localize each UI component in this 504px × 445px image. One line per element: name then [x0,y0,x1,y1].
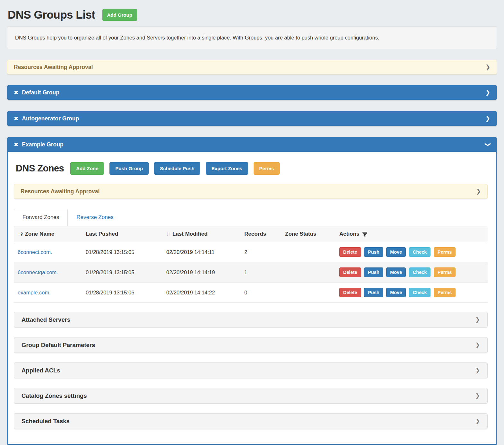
zones-table: ↓ AZ Zone Name Last Pushed ↓↑ [14,226,488,303]
awaiting-approval-banner[interactable]: Resources Awaiting Approval ❯ [7,60,497,74]
accordion-label: Scheduled Tasks [22,418,70,425]
cell-records: 2 [240,242,281,262]
column-actions: Actions [335,226,488,242]
accordion-applied-acls[interactable]: Applied ACLs ❯ [14,362,488,378]
remove-group-icon[interactable]: ✖ [14,141,18,148]
column-last-pushed: Last Pushed [82,226,162,242]
chevron-right-icon: ❯ [475,316,480,323]
push-button[interactable]: Push [364,247,383,257]
cell-last-pushed: 01/28/2019 13:15:06 [82,283,162,303]
column-label: Zone Name [25,231,55,237]
group-banner-autogenerator[interactable]: ✖ Autogenerator Group ❯ [7,111,497,126]
filter-icon[interactable] [362,231,368,237]
cell-last-pushed: 01/28/2019 13:15:05 [82,242,162,262]
sort-alpha-icon: ↓ AZ [18,231,23,237]
chevron-right-icon: ❯ [485,115,490,122]
zone-name-link[interactable]: 6connect.com. [18,249,52,255]
group-name: Default Group [22,89,59,96]
group-name: Example Group [22,141,63,148]
tab-forward-zones[interactable]: Forward Zones [14,209,68,226]
table-header-row: ↓ AZ Zone Name Last Pushed ↓↑ [14,226,488,242]
perms-button[interactable]: Perms [434,288,456,297]
column-label: Last Pushed [86,231,118,237]
column-last-modified[interactable]: ↓↑ Last Modified [162,226,240,242]
column-zone-name[interactable]: ↓ AZ Zone Name [14,226,82,242]
cell-records: 1 [240,262,281,283]
zones-tabs: Forward Zones Reverse Zones [14,209,488,226]
move-button[interactable]: Move [386,288,406,297]
perms-button[interactable]: Perms [254,162,280,175]
page-title: DNS Groups List [8,8,95,21]
table-row: 6connect.com. 01/28/2019 13:15:05 02/20/… [14,242,488,262]
check-button[interactable]: Check [409,288,431,297]
intro-well: DNS Groups help you to organize all of y… [7,26,497,49]
cell-actions: Delete Push Move Check Perms [335,262,488,283]
cell-last-modified: 02/20/2019 14:14:19 [162,262,240,283]
page-header: DNS Groups List Add Group [8,8,497,21]
accordion-scheduled-tasks[interactable]: Scheduled Tasks ❯ [14,413,488,429]
dns-zones-toolbar: DNS Zones Add Zone Push Group Schedule P… [16,162,488,175]
add-group-button[interactable]: Add Group [102,9,137,21]
cell-actions: Delete Push Move Check Perms [335,283,488,303]
intro-text: DNS Groups help you to organize all of y… [15,35,379,40]
awaiting-approval-label: Resources Awaiting Approval [14,64,93,71]
accordion-label: Applied ACLs [22,367,60,374]
cell-zone-status [281,242,335,262]
move-button[interactable]: Move [386,267,406,277]
perms-button[interactable]: Perms [434,267,456,277]
chevron-right-icon: ❯ [475,418,480,424]
tab-reverse-zones[interactable]: Reverse Zones [68,209,122,226]
delete-button[interactable]: Delete [339,247,361,257]
group-banner-default[interactable]: ✖ Default Group ❯ [7,85,497,100]
zone-name-link[interactable]: 6connectqa.com. [18,269,58,275]
cell-zone-status [281,262,335,283]
check-button[interactable]: Check [409,247,431,257]
awaiting-approval-label: Resources Awaiting Approval [21,188,100,195]
zone-name-link[interactable]: example.com. [18,290,51,295]
chevron-down-icon: ❯ [484,142,491,147]
move-button[interactable]: Move [386,247,406,257]
check-button[interactable]: Check [409,267,431,277]
column-label: Zone Status [285,231,316,237]
delete-button[interactable]: Delete [339,288,361,297]
schedule-push-button[interactable]: Schedule Push [154,162,200,175]
add-zone-button[interactable]: Add Zone [70,162,104,175]
chevron-right-icon: ❯ [485,89,490,96]
column-label: Last Modified [172,231,208,237]
accordion-label: Attached Servers [22,316,70,323]
remove-group-icon[interactable]: ✖ [14,89,18,96]
cell-last-pushed: 01/28/2019 13:15:05 [82,262,162,283]
chevron-right-icon: ❯ [476,188,481,195]
column-label: Actions [339,231,359,237]
chevron-right-icon: ❯ [475,342,480,348]
push-group-button[interactable]: Push Group [109,162,149,175]
table-row: example.com. 01/28/2019 13:15:06 02/20/2… [14,283,488,303]
group-banner-example[interactable]: ✖ Example Group ❯ [7,137,497,152]
chevron-right-icon: ❯ [475,392,480,399]
push-button[interactable]: Push [364,288,383,297]
cell-records: 0 [240,283,281,303]
sort-icon: ↓↑ [166,231,170,237]
group-name: Autogenerator Group [22,115,79,122]
accordion-label: Group Default Parameters [22,342,95,349]
awaiting-approval-banner-inner[interactable]: Resources Awaiting Approval ❯ [14,184,488,199]
group-panel-example: ✖ Example Group ❯ DNS Zones Add Zone Pus… [7,137,497,445]
perms-button[interactable]: Perms [434,247,456,257]
accordion-attached-servers[interactable]: Attached Servers ❯ [14,312,488,327]
accordion-label: Catalog Zones settings [22,392,87,399]
delete-button[interactable]: Delete [339,267,361,277]
column-zone-status: Zone Status [281,226,335,242]
accordion-catalog-zones-settings[interactable]: Catalog Zones settings ❯ [14,388,488,404]
chevron-right-icon: ❯ [475,367,480,374]
chevron-right-icon: ❯ [485,64,490,71]
cell-last-modified: 02/20/2019 14:14:22 [162,283,240,303]
column-records: Records [240,226,281,242]
group-body: DNS Zones Add Zone Push Group Schedule P… [7,152,497,445]
table-row: 6connectqa.com. 01/28/2019 13:15:05 02/2… [14,262,488,283]
remove-group-icon[interactable]: ✖ [14,115,18,122]
cell-zone-status [281,283,335,303]
push-button[interactable]: Push [364,267,383,277]
export-zones-button[interactable]: Export Zones [206,162,248,175]
cell-last-modified: 02/20/2019 14:14:11 [162,242,240,262]
accordion-group-default-parameters[interactable]: Group Default Parameters ❯ [14,337,488,353]
